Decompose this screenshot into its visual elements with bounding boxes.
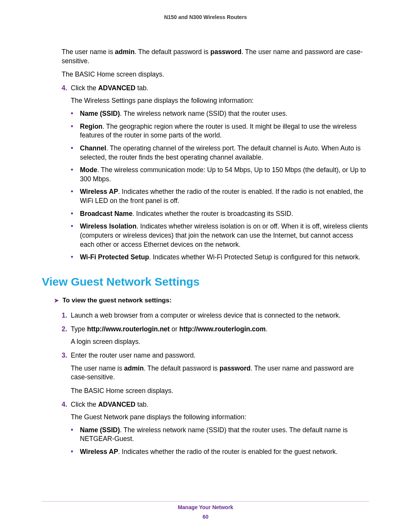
credentials-note: The user name is admin. The default pass… [71,364,369,382]
ordered-step-4b: 4. Click the ADVANCED tab. The Guest Net… [62,400,369,457]
step-text: Click the ADVANCED tab. [71,84,369,93]
list-item-body: Channel. The operating channel of the wi… [80,144,369,162]
list-item: •Name (SSID). The wireless network name … [71,426,369,444]
section-title-guest-network: View Guest Network Settings [42,274,369,290]
list-item-text: . The operating channel of the wireless … [80,144,361,161]
step-number: 4. [62,400,71,409]
list-item: •Mode. The wireless communication mode: … [71,166,369,184]
bullet-icon: • [71,222,80,230]
list-item-term: Broadcast Name [80,210,132,217]
list-item-text: . Indicates whether Wi-Fi Protected Setu… [149,253,360,261]
list-item-term: Wi-Fi Protected Setup [80,253,149,261]
text: Click the [71,401,98,408]
footer-section-name: Manage Your Network [0,504,411,511]
list-item-body: Wireless AP. Indicates whether the radio… [80,447,369,457]
step-number: 3. [62,351,71,360]
running-header: N150 and N300 Wireless Routers [42,14,369,21]
step-number: 2. [62,325,71,334]
list-item-body: Wi-Fi Protected Setup. Indicates whether… [80,253,369,262]
chevron-right-icon: ➤ [54,296,62,304]
step-followup: The Wireless Settings pane displays the … [71,96,369,105]
list-item-body: Region. The geographic region where the … [80,122,369,140]
list-item: •Wireless AP. Indicates whether the radi… [71,187,369,205]
ordered-step-3b: 3. Enter the router user name and passwo… [62,351,369,396]
list-item-term: Mode [80,166,97,174]
bullet-icon: • [71,166,80,174]
task-heading: ➤ To view the guest network settings: [54,296,369,305]
bullet-icon: • [71,122,80,131]
text: . [266,325,268,333]
step-number: 1. [62,311,71,320]
bullet-icon: • [71,144,80,152]
list-item-body: Name (SSID). The wireless network name (… [80,426,369,444]
list-item-text: . Indicates whether the radio of the rou… [118,448,338,455]
password-literal: password [210,48,242,56]
text: The user name is [71,364,124,372]
wireless-settings-list: •Name (SSID). The wireless network name … [71,109,369,262]
bullet-icon: • [71,426,80,434]
step-number: 4. [62,84,71,93]
bullet-icon: • [71,253,80,261]
step-text: Launch a web browser from a computer or … [71,311,369,320]
url-literal: http://www.routerlogin.com [179,325,266,333]
admin-literal: admin [124,364,144,372]
list-item-body: Mode. The wireless communication mode: U… [80,166,369,184]
list-item-term: Channel [80,144,106,152]
page-footer: Manage Your Network 60 [0,504,411,521]
admin-literal: admin [115,48,135,56]
advanced-tab-literal: ADVANCED [98,84,135,92]
list-item: •Channel. The operating channel of the w… [71,144,369,162]
bullet-icon: • [71,209,80,218]
ordered-step-4: 4. Click the ADVANCED tab. The Wireless … [62,84,369,262]
list-item: •Wireless Isolation. Indicates whether w… [71,222,369,249]
list-item-term: Wireless AP [80,448,118,455]
text: tab. [135,84,148,92]
list-item: •Region. The geographic region where the… [71,122,369,140]
text: Click the [71,84,98,92]
step-followup: A login screen displays. [71,337,369,347]
ordered-step-1b: 1. Launch a web browser from a computer … [62,311,369,320]
list-item-term: Name (SSID) [80,110,120,117]
list-item-text: . Indicates whether the router is broadc… [132,210,293,217]
list-item-text: . The geographic region where the router… [80,123,357,139]
bullet-icon: • [71,187,80,196]
list-item-term: Region [80,123,102,130]
list-item-text: . The wireless network name (SSID) that … [80,426,348,443]
list-item-text: . Indicates whether the radio of the rou… [80,188,363,204]
step-text: Enter the router user name and password. [71,351,369,360]
url-literal: http://www.routerlogin.net [87,325,170,333]
list-item-term: Name (SSID) [80,426,120,434]
basic-home-note: The BASIC Home screen displays. [62,70,369,79]
text: . The default password is [144,364,220,372]
text: The user name is [62,48,115,56]
list-item-body: Wireless Isolation. Indicates whether wi… [80,222,369,249]
password-literal: password [220,364,251,372]
step-followup: The Guest Network pane displays the foll… [71,413,369,422]
text: Type [71,325,87,333]
bullet-icon: • [71,109,80,118]
list-item-term: Wireless AP [80,188,118,195]
step-text: Click the ADVANCED tab. [71,400,369,409]
bullet-icon: • [71,447,80,456]
list-item-body: Wireless AP. Indicates whether the radio… [80,187,369,205]
text: or [170,325,179,333]
page: N150 and N300 Wireless Routers The user … [0,0,411,532]
step-text: Type http://www.routerlogin.net or http:… [71,325,369,334]
list-item: •Wireless AP. Indicates whether the radi… [71,447,369,457]
list-item: •Wi-Fi Protected Setup. Indicates whethe… [71,253,369,262]
list-item: •Broadcast Name. Indicates whether the r… [71,209,369,219]
list-item-body: Name (SSID). The wireless network name (… [80,109,369,118]
advanced-tab-literal: ADVANCED [98,401,135,408]
list-item-text: . The wireless communication mode: Up to… [80,166,366,183]
credentials-note: The user name is admin. The default pass… [62,48,369,66]
list-item: •Name (SSID). The wireless network name … [71,109,369,118]
task-heading-text: To view the guest network settings: [62,296,172,305]
ordered-step-2b: 2. Type http://www.routerlogin.net or ht… [62,325,369,347]
list-item-term: Wireless Isolation [80,222,137,230]
text: tab. [135,401,148,408]
list-item-text: . The wireless network name (SSID) that … [120,110,287,117]
page-body: The user name is admin. The default pass… [62,48,369,457]
guest-network-list: •Name (SSID). The wireless network name … [71,426,369,457]
page-number: 60 [0,513,411,521]
list-item-body: Broadcast Name. Indicates whether the ro… [80,209,369,219]
